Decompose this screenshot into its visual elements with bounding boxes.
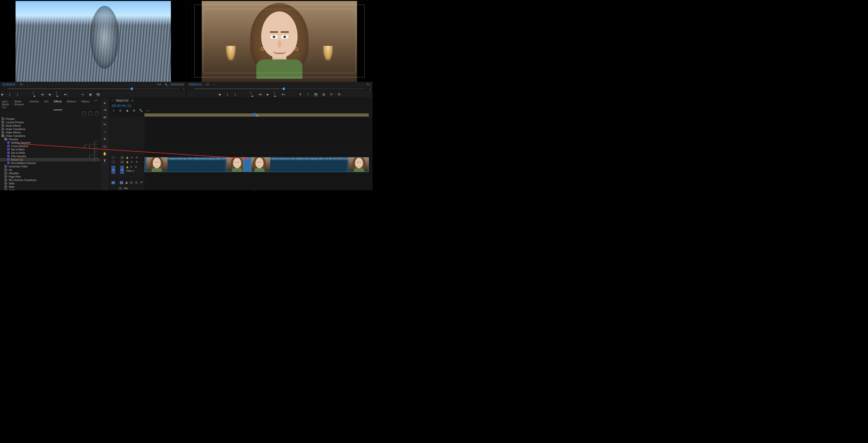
linked-selection-icon[interactable]: ⊘ xyxy=(119,109,122,112)
go-to-out-icon[interactable]: ►| xyxy=(64,93,67,96)
clip-v1-b[interactable]: carefree-girl-talking-web-camera-indoors… xyxy=(247,157,369,172)
mix-toggle[interactable]: ⏷ xyxy=(118,187,122,190)
pen-tool-icon[interactable]: ✎ xyxy=(103,137,107,141)
effects-item[interactable]: Dip to Black xyxy=(0,148,100,151)
step-forward-icon[interactable]: |► xyxy=(274,93,277,96)
program-playhead[interactable] xyxy=(283,88,285,90)
v2-source-patch[interactable] xyxy=(112,160,115,164)
effects-folder[interactable]: Video Transitions xyxy=(0,134,100,137)
slip-tool-icon[interactable]: ↔ xyxy=(103,130,107,134)
effects-folder[interactable]: Video Effects xyxy=(0,131,100,134)
effects-folder[interactable]: Presets xyxy=(0,117,100,121)
play-icon[interactable]: ▶ xyxy=(48,93,52,96)
mark-out-icon[interactable]: } xyxy=(234,93,237,96)
program-zoom-chevron-icon[interactable]: ⌄ xyxy=(213,83,215,86)
effects-item[interactable]: Additive Dissolve xyxy=(0,141,100,144)
tabs-overflow-icon[interactable]: >> xyxy=(94,99,99,110)
sync-lock-icon[interactable]: ⟳ xyxy=(130,166,133,169)
sync-lock-icon[interactable]: ⟳ xyxy=(131,156,134,159)
a1-mute[interactable]: M xyxy=(130,181,133,184)
sequence-tab[interactable]: Morph Cut xyxy=(115,98,130,102)
effects-folder[interactable]: Iris xyxy=(0,168,100,171)
go-to-in-icon[interactable]: |◄ xyxy=(250,93,254,96)
razor-tool-icon[interactable]: ✂ xyxy=(103,122,107,127)
track-header-mix[interactable]: ⏷ Mix xyxy=(110,186,145,190)
effects-folder[interactable]: Audio Transitions xyxy=(0,127,100,131)
program-zoom-plus[interactable]: + xyxy=(369,88,371,91)
clip-v1-a[interactable]: carefree-girl-talking-web-camera-indoors… xyxy=(145,157,247,172)
caption-track-icon[interactable]: ▭ xyxy=(146,109,149,112)
a1-solo[interactable]: S xyxy=(135,181,138,184)
v1-source-patch[interactable]: V1 xyxy=(112,166,115,174)
track-header-a1[interactable]: A1 A1 M S xyxy=(110,179,145,186)
v2-lane[interactable] xyxy=(145,153,370,157)
export-frame-icon[interactable]: 📷 xyxy=(314,93,317,96)
source-fit-dropdown[interactable]: Fit xyxy=(20,83,23,86)
export-frame-icon[interactable]: 📷 xyxy=(96,93,100,96)
effects-folder[interactable]: Dissolve xyxy=(0,137,100,141)
step-back-icon[interactable]: ◄| xyxy=(40,93,44,96)
v3-lane[interactable] xyxy=(145,148,370,153)
sequence-tab-menu-icon[interactable]: ≡ xyxy=(131,99,133,102)
source-viewport[interactable] xyxy=(0,0,186,82)
source-zoom-chevron-icon[interactable]: ⌄ xyxy=(27,83,29,86)
eye-icon[interactable] xyxy=(136,156,138,159)
effects-tree[interactable]: PresetsLumetri PresetsAudio EffectsAudio… xyxy=(0,117,100,190)
go-to-out-icon[interactable]: ►| xyxy=(282,93,285,96)
lock-icon[interactable] xyxy=(125,181,128,184)
v3-target[interactable]: V3 xyxy=(120,156,124,159)
timeline-playhead-tc[interactable]: 00:00:03:13 xyxy=(110,103,373,108)
effects-folder[interactable]: Slide xyxy=(0,182,100,185)
tab-media-browser[interactable]: Media Browser xyxy=(14,99,25,110)
mix-lane[interactable] xyxy=(145,179,370,183)
step-forward-icon[interactable]: |► xyxy=(56,93,59,96)
mark-in-icon[interactable]: { xyxy=(226,93,229,96)
a1-source-patch[interactable]: A1 xyxy=(112,181,115,184)
source-resolution-dropdown[interactable]: Full xyxy=(157,83,161,86)
effects-folder[interactable]: Obsolete xyxy=(0,171,100,175)
track-header-v1[interactable]: V1 V1 ⟳ Video 1 xyxy=(110,164,145,179)
source-scrub-bar[interactable] xyxy=(7,87,179,91)
effects-folder[interactable]: RG Universe Transitions xyxy=(0,178,100,182)
program-viewport[interactable] xyxy=(187,0,373,82)
v3-source-patch[interactable] xyxy=(112,156,115,159)
mark-out-icon[interactable]: } xyxy=(16,93,19,96)
tab-info[interactable]: Info xyxy=(44,99,49,110)
add-marker-icon[interactable]: ◆ xyxy=(0,93,4,96)
track-header-v2[interactable]: V2 ⟳ xyxy=(110,160,145,164)
effects-folder[interactable]: Audio Effects xyxy=(0,124,100,127)
hand-tool-icon[interactable]: ✋ xyxy=(103,151,107,156)
effects-folder[interactable]: Wipe xyxy=(0,185,100,189)
source-zoom-plus[interactable]: + xyxy=(183,88,184,91)
lock-icon[interactable] xyxy=(126,161,129,163)
program-fit-dropdown[interactable]: Fit xyxy=(206,83,209,86)
add-marker-icon[interactable]: ◆ xyxy=(218,93,221,96)
tab-project[interactable]: oject: Morph Cut xyxy=(1,99,10,110)
32bit-filter-icon[interactable] xyxy=(88,112,92,115)
tab-libraries[interactable]: Libraries xyxy=(29,99,39,110)
program-resolution-dropdown[interactable]: Fu xyxy=(367,83,370,86)
eye-icon[interactable] xyxy=(136,161,138,163)
tab-markers[interactable]: Markers xyxy=(66,99,77,110)
a1-lane[interactable] xyxy=(145,172,370,179)
play-icon[interactable]: ▶ xyxy=(266,93,270,96)
timeline-settings-icon[interactable]: ⚙ xyxy=(132,109,136,112)
yuv-filter-icon[interactable] xyxy=(95,112,98,115)
tab-effects[interactable]: Effects xyxy=(53,99,62,110)
sync-lock-icon[interactable]: ⟳ xyxy=(131,161,134,163)
timeline-playhead[interactable] xyxy=(253,113,256,116)
fx-button-icon[interactable]: fx xyxy=(330,93,333,96)
track-select-tool-icon[interactable]: ⇥ xyxy=(103,108,107,112)
mark-in-icon[interactable]: { xyxy=(8,93,11,96)
extract-icon[interactable]: ⤴ xyxy=(306,93,310,96)
selection-tool-icon[interactable]: ▲ xyxy=(103,100,107,105)
lift-icon[interactable]: ⬆ xyxy=(299,93,302,96)
v2-target[interactable]: V2 xyxy=(120,160,124,164)
effects-folder[interactable]: Zoom xyxy=(0,189,100,190)
ripple-edit-tool-icon[interactable]: ⇄ xyxy=(103,115,107,119)
a1-target[interactable]: A1 xyxy=(120,181,123,184)
v1-lane[interactable]: carefree-girl-talking-web-camera-indoors… xyxy=(145,157,370,172)
effects-item[interactable]: Morph Cut xyxy=(0,158,100,161)
eye-icon[interactable] xyxy=(135,166,137,169)
time-ruler[interactable]: ↖ xyxy=(145,113,371,117)
